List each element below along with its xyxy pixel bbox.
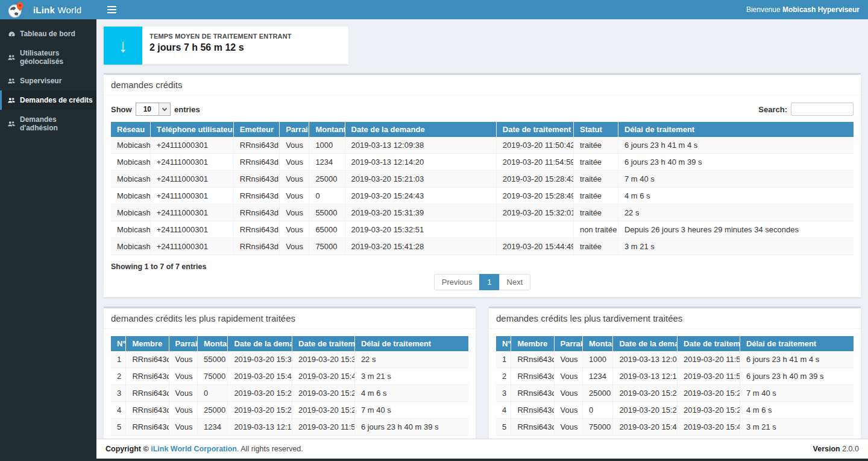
table-row: 4RRnsi643dPVous02019-03-20 15:24:432019-… xyxy=(496,402,854,419)
column-header: Délai de traitement xyxy=(354,336,468,351)
column-header: Montant xyxy=(582,336,612,351)
table-cell: 25000 xyxy=(582,385,612,402)
version-text: Version 2.0.0 xyxy=(813,445,859,453)
table-cell: 2019-03-20 15:24:43 xyxy=(228,385,292,402)
stat-card-value: 2 jours 7 h 56 m 12 s xyxy=(149,42,292,53)
table-cell: 4 xyxy=(111,402,126,419)
table-cell: 2019-03-20 15:21:03 xyxy=(613,385,678,402)
sidebar-item-superviseur[interactable]: Superviseur xyxy=(0,71,96,91)
sidebar-item-label: Superviseur xyxy=(20,77,61,85)
table-cell: Vous xyxy=(169,402,197,419)
column-header[interactable]: Réseau xyxy=(111,122,150,137)
table-cell: Mobicash xyxy=(111,171,150,188)
table-cell: RRnsi643dP xyxy=(233,171,279,188)
sidebar-item-utilisateurs-g-olocalis-s[interactable]: Utilisateurs géolocalisés xyxy=(0,43,96,71)
column-header: Date de la demande xyxy=(613,336,678,351)
table-cell: +24111000301 xyxy=(150,154,233,171)
column-header[interactable]: Parrain xyxy=(280,122,309,137)
column-header[interactable]: Montant xyxy=(309,122,345,137)
table-row: 1RRnsi643dPVous10002019-03-13 12:09:3820… xyxy=(496,351,854,368)
table-cell: 2019-03-20 11:50:42 xyxy=(496,137,573,154)
sidebar-item-label: Demandes de crédits xyxy=(20,96,93,104)
table-row: Mobicash+24111000301RRnsi643dPVous250002… xyxy=(111,171,854,188)
table-cell: Vous xyxy=(554,368,582,385)
chevron-down-icon xyxy=(159,103,170,115)
column-header[interactable]: Délai de traitement xyxy=(618,122,854,137)
table-row: 5RRnsi643dPVous12342019-03-13 12:14:2020… xyxy=(111,419,468,436)
column-header[interactable]: Téléphone utilisateur xyxy=(150,122,233,137)
brand-logo[interactable]: iLink World xyxy=(0,0,96,19)
table-row: Mobicash+24111000301RRnsi643dPVous123420… xyxy=(111,154,854,171)
table-cell: +24111000301 xyxy=(150,205,233,221)
table-cell: 2019-03-20 11:54:59 xyxy=(496,154,573,171)
column-header[interactable]: Statut xyxy=(573,122,618,137)
table-cell: 2019-03-20 15:31:39 xyxy=(345,205,496,221)
table-cell: 2019-03-20 15:32:51 xyxy=(345,221,496,238)
sidebar-item-tableau-de-bord[interactable]: Tableau de bord xyxy=(0,24,96,43)
search-input[interactable] xyxy=(791,103,854,116)
table-cell: RRnsi643dP xyxy=(126,351,169,368)
sidebar-nav: Tableau de bordUtilisateurs géolocalisés… xyxy=(0,19,96,461)
table-row: 3RRnsi643dPVous250002019-03-20 15:21:032… xyxy=(496,385,854,402)
column-header[interactable]: Emetteur xyxy=(233,122,279,137)
table-row: 2RRnsi643dPVous12342019-03-13 12:14:2020… xyxy=(496,368,854,385)
search-control: Search: xyxy=(758,103,854,116)
table-cell: 2019-03-20 15:28:49 xyxy=(678,402,740,419)
pagination-next-button[interactable]: Next xyxy=(499,274,531,290)
table-cell: traitée xyxy=(573,205,618,221)
table-cell: RRnsi643dP xyxy=(233,205,279,221)
table-row: Mobicash+24111000301RRnsi643dPVous550002… xyxy=(111,205,854,221)
table-cell: 2019-03-13 12:14:20 xyxy=(613,368,678,385)
table-cell: 7 m 40 s xyxy=(740,385,854,402)
table-cell: 3 xyxy=(111,385,126,402)
panel-rapidement-traitees: demandes crédits les plus rapidement tra… xyxy=(104,307,476,439)
table-cell: Mobicash xyxy=(111,205,150,221)
table-cell: 6 jours 23 h 41 m 4 s xyxy=(740,351,854,368)
version-number: 2.0.0 xyxy=(842,445,859,453)
sidebar-toggle-hamburger-icon[interactable] xyxy=(102,2,121,17)
footer: Copyright © iLink World Corporation. All… xyxy=(96,439,868,459)
table-row: Mobicash+24111000301RRnsi643dPVous100020… xyxy=(111,137,854,154)
table-cell: Vous xyxy=(554,419,582,436)
table-cell: RRnsi643dP xyxy=(511,419,554,436)
table-cell: Mobicash xyxy=(111,188,150,205)
company-link[interactable]: iLink World Corporation xyxy=(151,445,237,453)
table-cell: Vous xyxy=(280,205,309,221)
page-length-value: 10 xyxy=(136,103,159,115)
pagination-previous-button[interactable]: Previous xyxy=(434,274,480,290)
table-cell: RRnsi643dP xyxy=(511,351,554,368)
stat-card-temps-moyen: ↓ TEMPS MOYEN DE TRAITEMENT ENTRANT 2 jo… xyxy=(104,27,348,65)
sidebar-item-demandes-de-cr-dits[interactable]: Demandes de crédits xyxy=(0,91,96,110)
column-header[interactable]: Date de traitement xyxy=(496,122,573,137)
table-cell: 2019-03-20 15:31:39 xyxy=(228,351,292,368)
page-length-select[interactable]: 10 xyxy=(136,103,171,116)
table-cell xyxy=(496,221,573,238)
panel-title: demandes crédits les plus tardivement tr… xyxy=(489,308,861,329)
table-cell: +24111000301 xyxy=(150,137,233,154)
table-cell: 7 m 40 s xyxy=(618,171,854,188)
table-cell: 2019-03-20 15:24:43 xyxy=(613,402,678,419)
table-cell: 2 xyxy=(111,368,126,385)
table-cell: 1234 xyxy=(309,154,345,171)
table-cell: 1000 xyxy=(582,351,612,368)
table-cell: 4 m 6 s xyxy=(618,188,854,205)
table-cell: 0 xyxy=(197,385,227,402)
navbar: Bienvenue Mobicash Hyperviseur xyxy=(96,0,868,19)
table-cell: 2019-03-20 15:32:01 xyxy=(496,205,573,221)
table-cell: 1 xyxy=(496,351,511,368)
table-cell: 2019-03-20 15:28:43 xyxy=(292,402,355,419)
table-cell: 2019-03-20 15:41:28 xyxy=(613,419,678,436)
table-cell: RRnsi643dP xyxy=(511,385,554,402)
globe-pin-logo-icon xyxy=(7,1,25,19)
pagination-page-1-button[interactable]: 1 xyxy=(479,274,499,290)
column-header[interactable]: Date de la demande xyxy=(345,122,496,137)
users-icon xyxy=(7,77,16,85)
rapidement-traitees-table: N°MembreParrainMontantDate de la demande… xyxy=(111,336,468,436)
column-header: Date de la demande xyxy=(228,336,292,351)
users-icon xyxy=(7,54,16,62)
users-icon xyxy=(7,120,16,128)
table-cell: RRnsi643dP xyxy=(233,221,279,238)
table-cell: Vous xyxy=(169,368,197,385)
table-cell: 2019-03-20 15:21:03 xyxy=(345,171,496,188)
sidebar-item-demandes-d-adh-sion[interactable]: Demandes d'adhésion xyxy=(0,110,96,138)
